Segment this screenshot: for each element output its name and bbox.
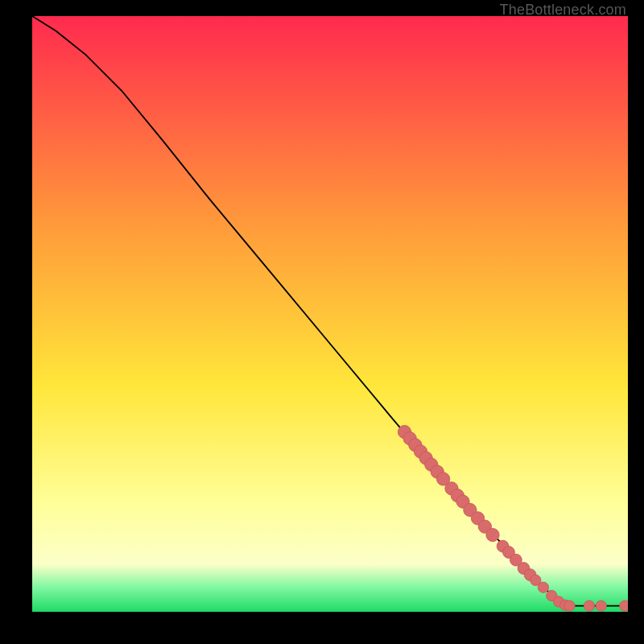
data-points: [398, 425, 628, 611]
data-point: [620, 601, 628, 611]
data-layer: [32, 16, 628, 612]
plot-area: [32, 16, 628, 612]
data-point: [584, 601, 594, 611]
data-point: [538, 582, 548, 592]
chart-container: TheBottleneck.com: [0, 0, 644, 644]
data-point: [564, 601, 575, 611]
watermark-text: TheBottleneck.com: [500, 2, 626, 19]
bottleneck-curve: [32, 16, 628, 606]
data-point: [596, 601, 606, 611]
data-point: [486, 528, 499, 541]
